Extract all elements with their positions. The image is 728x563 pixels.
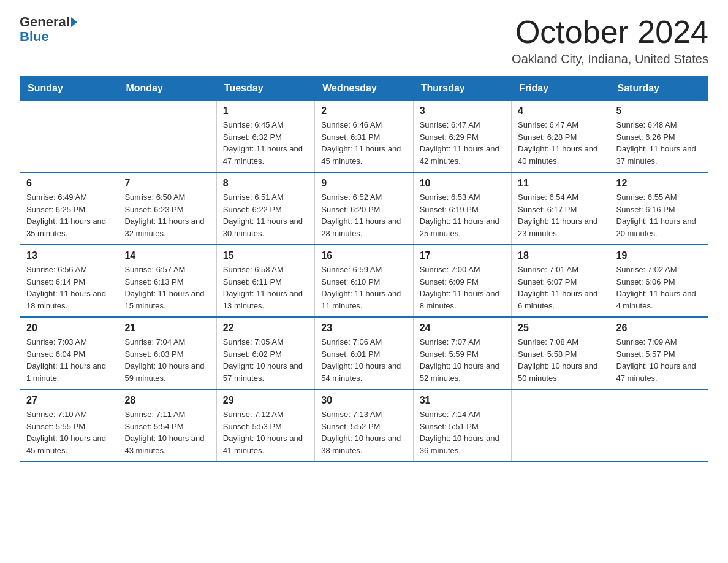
calendar-cell: 12Sunrise: 6:55 AMSunset: 6:16 PMDayligh… <box>610 172 708 245</box>
day-number: 23 <box>321 323 406 334</box>
calendar-cell: 27Sunrise: 7:10 AMSunset: 5:55 PMDayligh… <box>20 389 118 462</box>
calendar-cell: 8Sunrise: 6:51 AMSunset: 6:22 PMDaylight… <box>216 172 314 245</box>
day-info-text: Sunrise: 6:50 AMSunset: 6:23 PMDaylight:… <box>124 191 210 239</box>
calendar-cell: 24Sunrise: 7:07 AMSunset: 5:59 PMDayligh… <box>413 317 511 389</box>
calendar-cell: 30Sunrise: 7:13 AMSunset: 5:52 PMDayligh… <box>315 389 413 462</box>
day-info-text: Sunrise: 6:52 AMSunset: 6:20 PMDaylight:… <box>321 191 406 239</box>
calendar-cell: 10Sunrise: 6:53 AMSunset: 6:19 PMDayligh… <box>413 172 511 245</box>
day-info-text: Sunrise: 7:08 AMSunset: 5:58 PMDaylight:… <box>518 336 603 384</box>
calendar-cell: 21Sunrise: 7:04 AMSunset: 6:03 PMDayligh… <box>118 317 216 389</box>
day-info-text: Sunrise: 6:45 AMSunset: 6:32 PMDaylight:… <box>223 119 308 167</box>
day-number: 31 <box>420 395 505 406</box>
logo-arrow-icon <box>71 17 77 27</box>
calendar-cell: 28Sunrise: 7:11 AMSunset: 5:54 PMDayligh… <box>118 389 216 462</box>
day-number: 27 <box>26 395 112 406</box>
calendar-cell: 31Sunrise: 7:14 AMSunset: 5:51 PMDayligh… <box>413 389 511 462</box>
day-number: 5 <box>616 105 702 117</box>
day-number: 21 <box>124 323 210 334</box>
day-number: 19 <box>616 250 702 261</box>
day-number: 1 <box>223 105 308 117</box>
day-info-text: Sunrise: 7:14 AMSunset: 5:51 PMDaylight:… <box>420 408 505 456</box>
day-number: 22 <box>223 323 308 334</box>
day-of-week-header: Tuesday <box>216 77 314 101</box>
day-number: 25 <box>518 323 603 334</box>
calendar-header: SundayMondayTuesdayWednesdayThursdayFrid… <box>20 77 708 101</box>
day-number: 18 <box>518 250 603 261</box>
day-number: 6 <box>26 178 112 189</box>
day-number: 16 <box>321 250 406 261</box>
calendar-cell <box>512 389 610 462</box>
calendar-cell: 4Sunrise: 6:47 AMSunset: 6:28 PMDaylight… <box>512 101 610 173</box>
calendar-cell: 5Sunrise: 6:48 AMSunset: 6:26 PMDaylight… <box>610 101 708 173</box>
calendar-cell: 19Sunrise: 7:02 AMSunset: 6:06 PMDayligh… <box>610 245 708 317</box>
calendar-cell: 7Sunrise: 6:50 AMSunset: 6:23 PMDaylight… <box>118 172 216 245</box>
day-info-text: Sunrise: 6:47 AMSunset: 6:28 PMDaylight:… <box>518 119 603 167</box>
day-info-text: Sunrise: 7:06 AMSunset: 6:01 PMDaylight:… <box>321 336 406 384</box>
day-number: 15 <box>223 250 308 261</box>
calendar-cell: 16Sunrise: 6:59 AMSunset: 6:10 PMDayligh… <box>315 245 413 317</box>
day-number: 20 <box>26 323 112 334</box>
day-info-text: Sunrise: 6:56 AMSunset: 6:14 PMDaylight:… <box>26 264 112 312</box>
day-info-text: Sunrise: 7:05 AMSunset: 6:02 PMDaylight:… <box>223 336 308 384</box>
day-number: 28 <box>124 395 210 406</box>
calendar-cell <box>610 389 708 462</box>
logo-general-text: General <box>20 15 70 29</box>
page-header: General Blue October 2024 Oakland City, … <box>20 15 708 66</box>
day-info-text: Sunrise: 6:51 AMSunset: 6:22 PMDaylight:… <box>223 191 308 239</box>
day-info-text: Sunrise: 7:09 AMSunset: 5:57 PMDaylight:… <box>616 336 702 384</box>
day-number: 9 <box>321 178 406 189</box>
day-number: 30 <box>321 395 406 406</box>
day-info-text: Sunrise: 6:49 AMSunset: 6:25 PMDaylight:… <box>26 191 112 239</box>
day-number: 10 <box>420 178 505 189</box>
day-info-text: Sunrise: 6:54 AMSunset: 6:17 PMDaylight:… <box>518 191 603 239</box>
day-of-week-header: Thursday <box>413 77 511 101</box>
calendar-week-row: 6Sunrise: 6:49 AMSunset: 6:25 PMDaylight… <box>20 172 708 245</box>
day-info-text: Sunrise: 6:46 AMSunset: 6:31 PMDaylight:… <box>321 119 406 167</box>
calendar-cell: 22Sunrise: 7:05 AMSunset: 6:02 PMDayligh… <box>216 317 314 389</box>
calendar-cell: 3Sunrise: 6:47 AMSunset: 6:29 PMDaylight… <box>413 101 511 173</box>
calendar-cell: 18Sunrise: 7:01 AMSunset: 6:07 PMDayligh… <box>512 245 610 317</box>
day-of-week-header: Monday <box>118 77 216 101</box>
calendar-cell: 2Sunrise: 6:46 AMSunset: 6:31 PMDaylight… <box>315 101 413 173</box>
day-number: 8 <box>223 178 308 189</box>
calendar-cell: 11Sunrise: 6:54 AMSunset: 6:17 PMDayligh… <box>512 172 610 245</box>
day-info-text: Sunrise: 7:11 AMSunset: 5:54 PMDaylight:… <box>124 408 210 456</box>
day-number: 24 <box>420 323 505 334</box>
calendar-cell: 13Sunrise: 6:56 AMSunset: 6:14 PMDayligh… <box>20 245 118 317</box>
calendar-cell: 15Sunrise: 6:58 AMSunset: 6:11 PMDayligh… <box>216 245 314 317</box>
day-info-text: Sunrise: 7:01 AMSunset: 6:07 PMDaylight:… <box>518 264 603 312</box>
day-info-text: Sunrise: 7:04 AMSunset: 6:03 PMDaylight:… <box>124 336 210 384</box>
day-of-week-header: Wednesday <box>315 77 413 101</box>
calendar-cell: 26Sunrise: 7:09 AMSunset: 5:57 PMDayligh… <box>610 317 708 389</box>
day-info-text: Sunrise: 6:55 AMSunset: 6:16 PMDaylight:… <box>616 191 702 239</box>
calendar-cell: 6Sunrise: 6:49 AMSunset: 6:25 PMDaylight… <box>20 172 118 245</box>
calendar-cell: 23Sunrise: 7:06 AMSunset: 6:01 PMDayligh… <box>315 317 413 389</box>
calendar-cell <box>118 101 216 173</box>
day-info-text: Sunrise: 6:53 AMSunset: 6:19 PMDaylight:… <box>420 191 505 239</box>
calendar-cell: 14Sunrise: 6:57 AMSunset: 6:13 PMDayligh… <box>118 245 216 317</box>
month-title: October 2024 <box>512 15 708 50</box>
calendar-cell: 29Sunrise: 7:12 AMSunset: 5:53 PMDayligh… <box>216 389 314 462</box>
day-number: 11 <box>518 178 603 189</box>
calendar-cell: 25Sunrise: 7:08 AMSunset: 5:58 PMDayligh… <box>512 317 610 389</box>
day-of-week-header: Friday <box>512 77 610 101</box>
day-info-text: Sunrise: 7:12 AMSunset: 5:53 PMDaylight:… <box>223 408 308 456</box>
day-number: 17 <box>420 250 505 261</box>
day-info-text: Sunrise: 7:02 AMSunset: 6:06 PMDaylight:… <box>616 264 702 312</box>
logo: General Blue <box>20 15 77 44</box>
day-number: 29 <box>223 395 308 406</box>
day-info-text: Sunrise: 6:47 AMSunset: 6:29 PMDaylight:… <box>420 119 505 167</box>
day-of-week-header: Saturday <box>610 77 708 101</box>
day-info-text: Sunrise: 7:07 AMSunset: 5:59 PMDaylight:… <box>420 336 505 384</box>
day-of-week-header: Sunday <box>20 77 118 101</box>
day-number: 7 <box>124 178 210 189</box>
calendar-week-row: 27Sunrise: 7:10 AMSunset: 5:55 PMDayligh… <box>20 389 708 462</box>
day-number: 12 <box>616 178 702 189</box>
calendar-cell <box>20 101 118 173</box>
calendar-week-row: 13Sunrise: 6:56 AMSunset: 6:14 PMDayligh… <box>20 245 708 317</box>
day-number: 14 <box>124 250 210 261</box>
day-info-text: Sunrise: 6:59 AMSunset: 6:10 PMDaylight:… <box>321 264 406 312</box>
day-number: 3 <box>420 105 505 117</box>
calendar-week-row: 20Sunrise: 7:03 AMSunset: 6:04 PMDayligh… <box>20 317 708 389</box>
day-info-text: Sunrise: 6:58 AMSunset: 6:11 PMDaylight:… <box>223 264 308 312</box>
